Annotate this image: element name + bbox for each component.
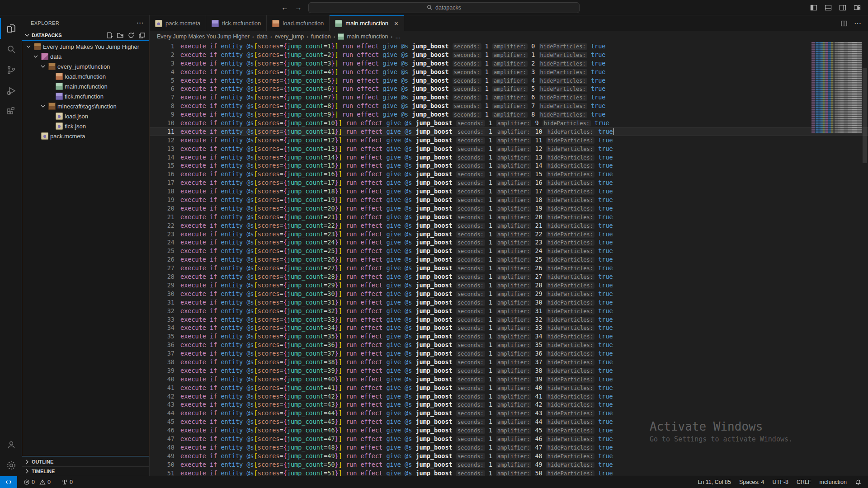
ports-indicator[interactable]: 0 — [59, 479, 75, 485]
tree-item[interactable]: minecraft\tags\function — [22, 101, 149, 111]
code-line[interactable]: 25execute if entity @s[scores={jump_coun… — [150, 247, 868, 255]
breadcrumb-item[interactable]: main.mcfunction — [347, 33, 388, 40]
code-line[interactable]: 4execute if entity @s[scores={jump_count… — [150, 68, 868, 76]
code-line[interactable]: 34execute if entity @s[scores={jump_coun… — [150, 324, 868, 332]
remote-indicator[interactable] — [0, 476, 17, 488]
status-item[interactable]: Ln 11, Col 85 — [698, 479, 731, 485]
code-line[interactable]: 41execute if entity @s[scores={jump_coun… — [150, 384, 868, 392]
code-line[interactable]: 31execute if entity @s[scores={jump_coun… — [150, 298, 868, 307]
code-line[interactable]: 33execute if entity @s[scores={jump_coun… — [150, 315, 868, 324]
code-line[interactable]: 38execute if entity @s[scores={jump_coun… — [150, 358, 868, 366]
new-folder-icon[interactable] — [117, 32, 124, 39]
datapacks-section-header[interactable]: DATAPACKS — [22, 30, 149, 40]
code-line[interactable]: 35execute if entity @s[scores={jump_coun… — [150, 332, 868, 341]
customize-layout-icon[interactable] — [854, 4, 861, 11]
code-line[interactable]: 43execute if entity @s[scores={jump_coun… — [150, 400, 868, 409]
timeline-section-header[interactable]: TIMELINE — [22, 466, 149, 476]
search-sidebar-icon[interactable] — [0, 39, 22, 60]
outline-section-header[interactable]: OUTLINE — [22, 457, 149, 466]
tree-item[interactable]: load.mcfunction — [22, 71, 149, 81]
code-line[interactable]: 46execute if entity @s[scores={jump_coun… — [150, 426, 868, 435]
scrollbar-slider[interactable] — [863, 68, 867, 163]
tree-item[interactable]: data — [22, 52, 149, 61]
source-control-icon[interactable] — [0, 60, 22, 80]
status-item[interactable]: mcfunction — [820, 479, 847, 485]
code-line[interactable]: 18execute if entity @s[scores={jump_coun… — [150, 187, 868, 196]
tree-item[interactable]: tick.json — [22, 121, 149, 131]
code-line[interactable]: 13execute if entity @s[scores={jump_coun… — [150, 145, 868, 153]
forward-arrow-icon[interactable]: → — [295, 4, 302, 12]
code-line[interactable]: 8execute if entity @s[scores={jump_count… — [150, 102, 868, 110]
problems-indicator[interactable]: 0 0 — [21, 479, 53, 485]
code-line[interactable]: 28execute if entity @s[scores={jump_coun… — [150, 272, 868, 281]
tab-load.mcfunction[interactable]: load.mcfunction — [267, 15, 330, 31]
breadcrumb-item[interactable]: data — [257, 33, 268, 40]
code-line[interactable]: 15execute if entity @s[scores={jump_coun… — [150, 161, 868, 170]
code-line[interactable]: 24execute if entity @s[scores={jump_coun… — [150, 238, 868, 247]
code-line[interactable]: 29execute if entity @s[scores={jump_coun… — [150, 281, 868, 290]
minimap[interactable] — [811, 42, 862, 476]
code-line[interactable]: 22execute if entity @s[scores={jump_coun… — [150, 221, 868, 230]
code-line[interactable]: 12execute if entity @s[scores={jump_coun… — [150, 136, 868, 145]
tree-item[interactable]: Every Jump Makes You Jump Higher — [22, 42, 149, 52]
command-center-search[interactable]: datapacks — [308, 2, 580, 13]
code-line[interactable]: 39execute if entity @s[scores={jump_coun… — [150, 366, 868, 375]
breadcrumb-item[interactable]: function — [311, 33, 331, 40]
code-line[interactable]: 11execute if entity @s[scores={jump_coun… — [150, 127, 868, 136]
code-line[interactable]: 42execute if entity @s[scores={jump_coun… — [150, 392, 868, 401]
tab-tick.mcfunction[interactable]: tick.mcfunction — [206, 15, 267, 31]
code-line[interactable]: 47execute if entity @s[scores={jump_coun… — [150, 435, 868, 443]
tree-item[interactable]: main.mcfunction — [22, 81, 149, 91]
code-line[interactable]: 5execute if entity @s[scores={jump_count… — [150, 76, 868, 85]
code-line[interactable]: 17execute if entity @s[scores={jump_coun… — [150, 178, 868, 187]
code-line[interactable]: 50execute if entity @s[scores={jump_coun… — [150, 460, 868, 469]
tree-item[interactable]: tick.mcfunction — [22, 91, 149, 101]
accounts-icon[interactable] — [0, 434, 22, 455]
code-line[interactable]: 45execute if entity @s[scores={jump_coun… — [150, 418, 868, 426]
close-icon[interactable]: × — [394, 19, 398, 27]
code-line[interactable]: 48execute if entity @s[scores={jump_coun… — [150, 443, 868, 452]
toggle-secondary-sidebar-icon[interactable] — [839, 4, 846, 11]
new-file-icon[interactable] — [106, 32, 113, 39]
breadcrumb-item[interactable]: … — [395, 33, 401, 40]
code-line[interactable]: 9execute if entity @s[scores={jump_count… — [150, 110, 868, 119]
code-line[interactable]: 26execute if entity @s[scores={jump_coun… — [150, 255, 868, 264]
code-line[interactable]: 30execute if entity @s[scores={jump_coun… — [150, 290, 868, 298]
run-and-debug-icon[interactable] — [0, 80, 22, 101]
toggle-primary-sidebar-icon[interactable] — [810, 4, 817, 11]
breadcrumb-item[interactable]: every_jump — [275, 33, 304, 40]
split-editor-icon[interactable] — [840, 20, 848, 27]
code-line[interactable]: 36execute if entity @s[scores={jump_coun… — [150, 341, 868, 349]
code-line[interactable]: 23execute if entity @s[scores={jump_coun… — [150, 230, 868, 239]
code-line[interactable]: 51execute if entity @s[scores={jump_coun… — [150, 469, 868, 476]
settings-gear-icon[interactable] — [0, 455, 22, 476]
explorer-more-actions-icon[interactable]: ⋯ — [137, 19, 144, 27]
code-line[interactable]: 7execute if entity @s[scores={jump_count… — [150, 93, 868, 102]
code-line[interactable]: 27execute if entity @s[scores={jump_coun… — [150, 264, 868, 272]
code-line[interactable]: 2execute if entity @s[scores={jump_count… — [150, 51, 868, 59]
code-editor[interactable]: 1execute if entity @s[scores={jump_count… — [150, 42, 868, 476]
breadcrumb-item[interactable]: Every Jump Makes You Jump Higher — [157, 33, 250, 40]
vertical-scrollbar[interactable] — [862, 42, 868, 476]
code-line[interactable]: 20execute if entity @s[scores={jump_coun… — [150, 204, 868, 213]
tab-pack.mcmeta[interactable]: pack.mcmeta — [150, 15, 206, 31]
extensions-icon[interactable] — [0, 101, 22, 122]
status-item[interactable]: CRLF — [797, 479, 811, 485]
code-line[interactable]: 14execute if entity @s[scores={jump_coun… — [150, 153, 868, 162]
back-arrow-icon[interactable]: ← — [281, 4, 288, 12]
code-line[interactable]: 10execute if entity @s[scores={jump_coun… — [150, 119, 868, 127]
explorer-icon[interactable] — [0, 18, 22, 39]
refresh-icon[interactable] — [127, 32, 135, 39]
code-line[interactable]: 19execute if entity @s[scores={jump_coun… — [150, 196, 868, 204]
tab-main.mcfunction[interactable]: main.mcfunction× — [330, 15, 404, 31]
toggle-panel-icon[interactable] — [825, 4, 832, 11]
bell-icon[interactable] — [855, 479, 862, 486]
collapse-all-icon[interactable] — [138, 32, 146, 39]
editor-more-actions-icon[interactable]: ⋯ — [854, 19, 862, 28]
status-item[interactable]: Spaces: 4 — [739, 479, 764, 485]
tree-item[interactable]: pack.mcmeta — [22, 131, 149, 141]
code-line[interactable]: 40execute if entity @s[scores={jump_coun… — [150, 375, 868, 384]
code-line[interactable]: 6execute if entity @s[scores={jump_count… — [150, 84, 868, 93]
code-line[interactable]: 16execute if entity @s[scores={jump_coun… — [150, 170, 868, 178]
status-item[interactable]: UTF-8 — [772, 479, 788, 485]
